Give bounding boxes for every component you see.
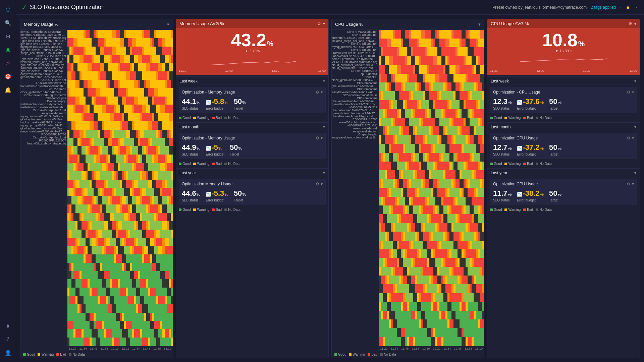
slo-section-header-1[interactable]: Last month▾ bbox=[176, 122, 328, 131]
filter-icon[interactable]: ⚙ bbox=[316, 90, 319, 95]
heatmap-cell[interactable] bbox=[482, 188, 484, 196]
slo-chevron[interactable]: ▾ bbox=[323, 125, 325, 129]
sidebar-icon-collapse[interactable]: ⟫ bbox=[2, 320, 14, 332]
slo-section-header-0[interactable]: Last week▾ bbox=[487, 76, 640, 85]
heatmap-cell[interactable] bbox=[171, 38, 173, 47]
heatmap-cell[interactable] bbox=[171, 138, 173, 146]
heatmap-cell[interactable] bbox=[482, 47, 484, 56]
heatmap-cell[interactable] bbox=[171, 204, 173, 213]
heatmap-cell[interactable] bbox=[171, 105, 173, 113]
expand-icon[interactable]: ▾ bbox=[632, 182, 634, 186]
sidebar-icon-user[interactable]: 👤 bbox=[2, 347, 14, 359]
heatmap-cell[interactable] bbox=[482, 109, 484, 118]
slo-card-icons[interactable]: ⚙ ▾ bbox=[316, 90, 323, 95]
heatmap-cell[interactable] bbox=[482, 293, 484, 302]
heatmap-cell[interactable] bbox=[482, 267, 484, 276]
slo-section-header-1[interactable]: Last month▾ bbox=[487, 122, 640, 131]
sidebar-icon-monitor[interactable]: ◉ bbox=[2, 44, 14, 56]
slo-card-icons[interactable]: ⚙ ▾ bbox=[627, 136, 634, 140]
cpu-avg-filter-icon[interactable]: ⚙ bbox=[629, 21, 632, 26]
heatmap-cell[interactable] bbox=[171, 221, 173, 230]
sidebar-icon-slo[interactable]: 🎯 bbox=[2, 70, 14, 82]
cpu-avg-chevron[interactable]: ▾ bbox=[634, 21, 636, 26]
expand-icon[interactable]: ▾ bbox=[321, 182, 323, 186]
heatmap-cell[interactable] bbox=[482, 284, 484, 293]
slo-chevron[interactable]: ▾ bbox=[634, 171, 636, 175]
heatmap-cell[interactable] bbox=[171, 30, 173, 38]
filter-icon[interactable]: ⚙ bbox=[316, 136, 319, 140]
heatmap-cell[interactable] bbox=[171, 80, 173, 88]
heatmap-cell[interactable] bbox=[171, 321, 173, 329]
sidebar-icon-help[interactable]: ? bbox=[2, 333, 14, 345]
heatmap-cell[interactable] bbox=[171, 313, 173, 321]
slo-section-header-0[interactable]: Last week▾ bbox=[176, 76, 328, 85]
heatmap-cell[interactable] bbox=[482, 144, 484, 153]
heatmap-cell[interactable] bbox=[482, 82, 484, 91]
heatmap-cell[interactable] bbox=[482, 197, 484, 205]
heatmap-cell[interactable] bbox=[482, 249, 484, 258]
sidebar-icon-grid[interactable]: ⊞ bbox=[2, 30, 14, 42]
filter-icon[interactable]: ⚙ bbox=[316, 182, 319, 186]
heatmap-cell[interactable] bbox=[171, 180, 173, 188]
heatmap-cell[interactable] bbox=[171, 155, 173, 163]
heatmap-cell[interactable] bbox=[482, 328, 484, 337]
heatmap-cell[interactable] bbox=[171, 304, 173, 313]
heatmap-cell[interactable] bbox=[171, 71, 173, 80]
heatmap-cell[interactable] bbox=[171, 171, 173, 180]
memory-avg-filter-icon[interactable]: ⚙ bbox=[317, 21, 321, 26]
heatmap-cell[interactable] bbox=[171, 254, 173, 263]
slo-card-icons[interactable]: ⚙ ▾ bbox=[627, 90, 634, 95]
slo-chevron[interactable]: ▾ bbox=[634, 125, 636, 129]
heatmap-cell[interactable] bbox=[171, 246, 173, 254]
heatmap-cell[interactable] bbox=[482, 39, 484, 47]
heatmap-cell[interactable] bbox=[482, 276, 484, 284]
heatmap-cell[interactable] bbox=[482, 162, 484, 170]
slo-chevron[interactable]: ▾ bbox=[634, 79, 636, 83]
sidebar-icon-alerts[interactable]: 🔔 bbox=[2, 84, 14, 96]
heatmap-cell[interactable] bbox=[482, 302, 484, 311]
expand-icon[interactable]: ▾ bbox=[321, 90, 323, 95]
heatmap-cell[interactable] bbox=[482, 311, 484, 319]
filter-icon[interactable]: ⚙ bbox=[627, 136, 631, 140]
heatmap-cell[interactable] bbox=[482, 91, 484, 100]
slo-section-header-2[interactable]: Last year▾ bbox=[176, 168, 328, 177]
heatmap-cell[interactable] bbox=[482, 170, 484, 179]
heatmap-cell[interactable] bbox=[171, 288, 173, 296]
heatmap-cell[interactable] bbox=[482, 232, 484, 240]
slo-card-icons[interactable]: ⚙ ▾ bbox=[316, 182, 323, 186]
more-icon[interactable]: ⋮ bbox=[635, 5, 639, 10]
heatmap-cell[interactable] bbox=[482, 65, 484, 74]
heatmap-cell[interactable] bbox=[482, 337, 484, 346]
heatmap-cell[interactable] bbox=[171, 271, 173, 280]
heatmap-cell[interactable] bbox=[482, 56, 484, 65]
heatmap-cell[interactable] bbox=[171, 113, 173, 121]
chevron-right-icon[interactable]: › bbox=[620, 5, 621, 10]
slo-chevron[interactable]: ▾ bbox=[323, 79, 325, 83]
heatmap-cell[interactable] bbox=[171, 130, 173, 138]
heatmap-cell[interactable] bbox=[171, 329, 173, 338]
heatmap-cell[interactable] bbox=[482, 135, 484, 144]
filter-icon[interactable]: ⚙ bbox=[627, 182, 631, 186]
cpu-heatmap-chevron[interactable]: ▾ bbox=[478, 22, 481, 27]
heatmap-cell[interactable] bbox=[171, 55, 173, 63]
sidebar-icon-problems[interactable]: ⚠ bbox=[2, 57, 14, 69]
heatmap-cell[interactable] bbox=[482, 30, 484, 39]
heatmap-cell[interactable] bbox=[171, 88, 173, 97]
heatmap-cell[interactable] bbox=[171, 279, 173, 288]
heatmap-cell[interactable] bbox=[482, 118, 484, 126]
memory-heatmap-chevron[interactable]: ▾ bbox=[167, 22, 169, 27]
heatmap-cell[interactable] bbox=[482, 126, 484, 135]
heatmap-cell[interactable] bbox=[171, 230, 173, 238]
heatmap-cell[interactable] bbox=[171, 47, 173, 55]
heatmap-cell[interactable] bbox=[482, 223, 484, 232]
heatmap-cell[interactable] bbox=[171, 238, 173, 246]
filter-icon[interactable]: ⚙ bbox=[627, 90, 631, 95]
slo-card-icons[interactable]: ⚙ ▾ bbox=[316, 136, 323, 140]
heatmap-cell[interactable] bbox=[482, 214, 484, 223]
heatmap-cell[interactable] bbox=[482, 153, 484, 162]
tags-link[interactable]: 2 tags applied bbox=[591, 5, 616, 10]
heatmap-cell[interactable] bbox=[482, 179, 484, 188]
heatmap-cell[interactable] bbox=[482, 205, 484, 214]
expand-icon[interactable]: ▾ bbox=[632, 90, 634, 95]
heatmap-cell[interactable] bbox=[171, 296, 173, 304]
